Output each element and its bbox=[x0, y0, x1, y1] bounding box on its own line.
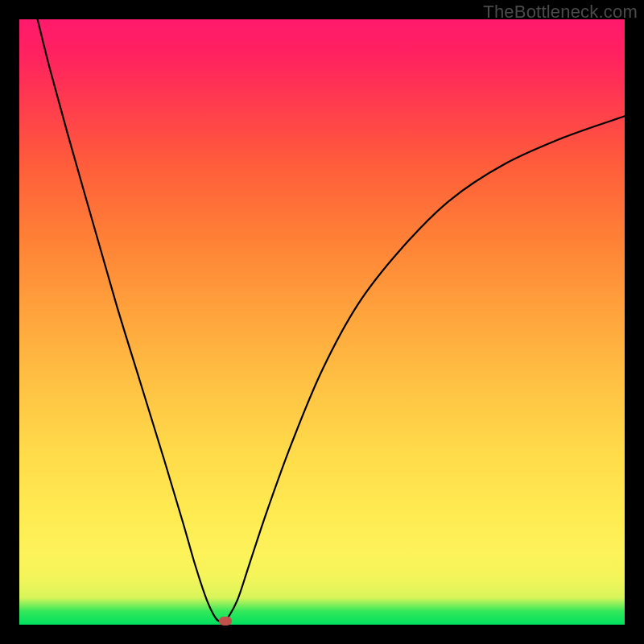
optimal-marker-icon bbox=[219, 617, 232, 625]
chart-frame: TheBottleneck.com bbox=[0, 0, 644, 644]
watermark-label: TheBottleneck.com bbox=[483, 2, 638, 23]
bottleneck-curve bbox=[19, 19, 625, 625]
plot-area bbox=[19, 19, 625, 625]
